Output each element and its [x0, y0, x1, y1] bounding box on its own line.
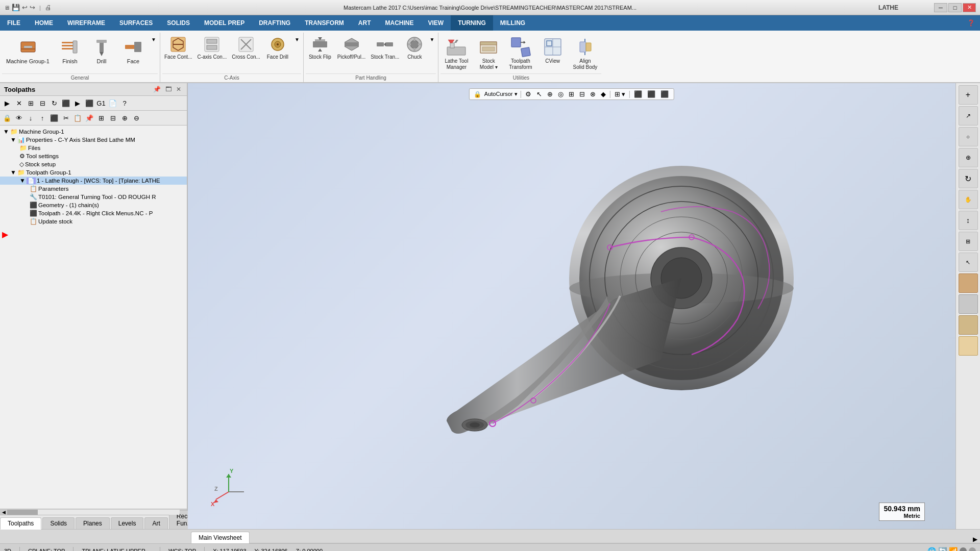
- tp-ungroup-button[interactable]: ⊟: [107, 112, 118, 123]
- ac-snap1-button[interactable]: ⊕: [546, 90, 554, 98]
- ac-snap6-button[interactable]: ◆: [600, 90, 607, 98]
- tab-planes[interactable]: Planes: [76, 517, 110, 529]
- tp-expand-button[interactable]: ⊕: [119, 112, 130, 123]
- close-button[interactable]: ✕: [963, 3, 976, 12]
- status-sync-icon[interactable]: 🔄: [938, 547, 947, 552]
- tp-arrow-down-button[interactable]: ↓: [25, 112, 36, 123]
- general-more-button[interactable]: ▼: [150, 36, 158, 43]
- tab-toolpaths[interactable]: Toolpaths: [0, 517, 41, 530]
- pickoff-button[interactable]: Pickoff/Pul...: [335, 34, 368, 62]
- rs-pan-button[interactable]: ✋: [959, 190, 978, 209]
- ac-view3-button[interactable]: ⬛: [659, 90, 670, 98]
- tp-collapse-button[interactable]: ⊖: [131, 112, 142, 123]
- panel-float-button[interactable]: 🗔: [164, 85, 173, 93]
- ac-view1-button[interactable]: ⬛: [633, 90, 643, 98]
- finish-button[interactable]: Finish: [55, 34, 85, 67]
- tree-toolpath-group[interactable]: ▼ 📁 Toolpath Group-1: [0, 168, 187, 177]
- cview-button[interactable]: CView: [537, 34, 568, 66]
- rs-view-button[interactable]: ↗: [959, 106, 978, 126]
- tree-geometry[interactable]: ⬛ Geometry - (1) chain(s): [0, 201, 187, 209]
- tp-cut-button[interactable]: ✂: [60, 112, 71, 123]
- cross-conn-button[interactable]: Cross Con...: [230, 34, 262, 62]
- minimize-button[interactable]: ─: [934, 3, 947, 12]
- viewport[interactable]: 🔒 AutoCursor ▾ ⚙ ↖ ⊕ ◎ ⊞ ⊟ ⊗ ◆ ⊞ ▾ ⬛ ⬛ ⬛: [188, 83, 955, 529]
- chuck-button[interactable]: Chuck: [402, 34, 427, 62]
- restore-button[interactable]: □: [948, 3, 962, 12]
- ac-snap3-button[interactable]: ⊞: [568, 90, 575, 98]
- menu-file[interactable]: FILE: [0, 15, 28, 31]
- tp-help-button[interactable]: ?: [119, 97, 130, 109]
- align-solid-button[interactable]: AlignSolid Body: [569, 34, 602, 72]
- menu-milling[interactable]: MILLING: [493, 15, 532, 31]
- menu-model-prep[interactable]: MODEL PREP: [197, 15, 252, 31]
- tp-arrow-up-button[interactable]: ↑: [37, 112, 48, 123]
- left-scroll[interactable]: ◀ ▶: [0, 509, 187, 515]
- rs-color3-button[interactable]: [959, 315, 978, 335]
- tree-files[interactable]: 📁 Files: [0, 144, 187, 152]
- rs-select-button[interactable]: ⊞: [959, 232, 978, 251]
- quick-print-icon[interactable]: 🖨: [45, 4, 52, 11]
- panel-pin-button[interactable]: 📌: [152, 85, 162, 93]
- tp-backplot-button[interactable]: ⬛: [84, 97, 95, 109]
- view-tab-scroll-right[interactable]: ▶: [970, 536, 980, 543]
- cursor-dropdown[interactable]: AutoCursor ▾: [484, 91, 518, 97]
- rs-snap-button[interactable]: ⊕: [959, 148, 978, 167]
- undo-icon[interactable]: ↩: [22, 4, 28, 11]
- rs-zoom-minus-button[interactable]: ↕: [959, 211, 978, 230]
- tp-regen-button[interactable]: ↻: [48, 97, 60, 109]
- tp-select-all-button[interactable]: ▶: [2, 97, 13, 109]
- drill-button[interactable]: Drill: [86, 34, 117, 67]
- menu-solids[interactable]: SOLIDS: [160, 15, 197, 31]
- menu-surfaces[interactable]: SURFACES: [112, 15, 160, 31]
- tp-dirty-button[interactable]: ⊟: [37, 97, 48, 109]
- menu-help[interactable]: ❓: [962, 19, 980, 27]
- rs-rotate-button[interactable]: ↻: [959, 169, 978, 188]
- rs-circle-button[interactable]: ○: [959, 127, 978, 146]
- rs-cursor-button[interactable]: ↖: [959, 253, 978, 272]
- tp-move-button[interactable]: ⬛: [48, 112, 60, 123]
- ac-view2-button[interactable]: ⬛: [646, 90, 656, 98]
- tp-paste-button[interactable]: 📌: [84, 112, 95, 123]
- panel-close-button[interactable]: ✕: [175, 85, 183, 93]
- menu-home[interactable]: HOME: [28, 15, 60, 31]
- face-drill-button[interactable]: Face Drill: [263, 34, 292, 62]
- tp-post-button[interactable]: 📄: [107, 97, 118, 109]
- caxis-more-button[interactable]: ▼: [293, 36, 301, 43]
- menu-machine[interactable]: MACHINE: [378, 15, 421, 31]
- tp-eye-button[interactable]: 👁: [13, 112, 24, 123]
- tree-machine-group[interactable]: ▼ 📁 Machine Group-1: [0, 128, 187, 136]
- menu-transform[interactable]: TRANSFORM: [298, 15, 351, 31]
- view-tab-main[interactable]: Main Viewsheet: [191, 532, 250, 543]
- tree-update-stock[interactable]: 📋 Update stock: [0, 217, 187, 226]
- save-icon[interactable]: 💾: [12, 4, 20, 11]
- menu-art[interactable]: ART: [351, 15, 378, 31]
- ac-snap4-button[interactable]: ⊟: [578, 90, 586, 98]
- tab-levels[interactable]: Levels: [111, 517, 144, 529]
- rs-color1-button[interactable]: [959, 273, 978, 293]
- tree-toolpath-nc[interactable]: ⬛ Toolpath - 24.4K - Right Click Menus.N…: [0, 209, 187, 217]
- tree-properties[interactable]: ▼ 📊 Properties - C-Y Axis Slant Bed Lath…: [0, 136, 187, 144]
- tp-copy-button[interactable]: 📋: [72, 112, 83, 123]
- status-wifi-icon[interactable]: 📶: [949, 547, 958, 552]
- redo-icon[interactable]: ↪: [30, 4, 35, 11]
- tp-group-button[interactable]: ⊞: [95, 112, 107, 123]
- ac-grid-button[interactable]: ⊞ ▾: [614, 90, 627, 98]
- ac-snap2-button[interactable]: ◎: [557, 90, 565, 98]
- caxis-conn-button[interactable]: C-axis Con...: [195, 34, 229, 62]
- menu-wireframe[interactable]: WIREFRAME: [60, 15, 112, 31]
- face-cont-button[interactable]: Face Cont...: [162, 34, 194, 62]
- ac-cursor-button[interactable]: ↖: [535, 90, 543, 98]
- tab-art[interactable]: Art: [144, 517, 167, 529]
- tree-stock-setup[interactable]: ◇ Stock setup: [0, 160, 187, 168]
- ac-gear-button[interactable]: ⚙: [524, 90, 532, 98]
- toolpath-transform-button[interactable]: ToolpathTransform: [505, 34, 536, 72]
- scroll-thumb[interactable]: [7, 510, 38, 515]
- tp-toggle-button[interactable]: ⊞: [25, 97, 36, 109]
- tree-tool-settings[interactable]: ⚙ Tool settings: [0, 152, 187, 160]
- rs-color2-button[interactable]: [959, 294, 978, 314]
- face-button[interactable]: Face: [118, 34, 149, 67]
- tree-lathe-rough[interactable]: ▼ 📄 1 - Lathe Rough - [WCS: Top] - [Tpla…: [0, 177, 187, 185]
- ph-more-button[interactable]: ▼: [428, 36, 436, 43]
- tree-parameters[interactable]: 📋 Parameters: [0, 185, 187, 193]
- stock-tran-button[interactable]: Stock Tran...: [369, 34, 401, 62]
